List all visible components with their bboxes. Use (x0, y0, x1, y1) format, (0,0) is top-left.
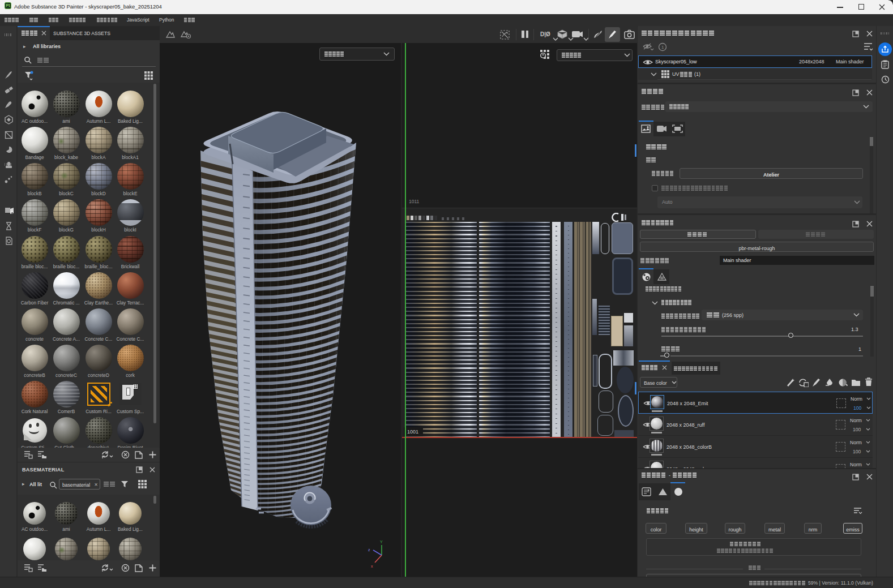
svg-text:z: z (368, 548, 370, 552)
svg-text:Y: Y (380, 540, 383, 544)
svg-text:1: 1 (661, 45, 664, 50)
svg-text:x: x (371, 564, 373, 568)
